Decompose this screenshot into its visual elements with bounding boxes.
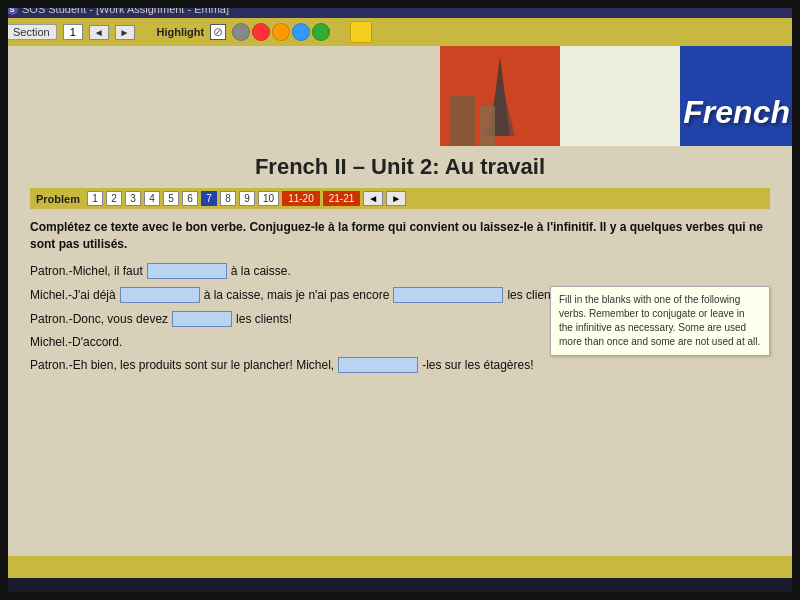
prob-21-21[interactable]: 21-21: [323, 191, 361, 206]
prob-7[interactable]: 7: [201, 191, 217, 206]
line3-text1: Patron.-Donc, vous devez: [30, 312, 168, 326]
line1-blank1[interactable]: [147, 263, 227, 279]
nav-left-button[interactable]: ◄: [89, 25, 109, 40]
french-banner: French: [440, 46, 800, 146]
prob-9[interactable]: 9: [239, 191, 255, 206]
prob-2[interactable]: 2: [106, 191, 122, 206]
bottom-bar: [0, 556, 800, 578]
highlight-colors: [232, 23, 330, 41]
line3-blank1[interactable]: [172, 311, 232, 327]
color-blue[interactable]: [292, 23, 310, 41]
prob-8[interactable]: 8: [220, 191, 236, 206]
sticky-note-icon[interactable]: [350, 21, 372, 43]
line5-blank1[interactable]: [338, 357, 418, 373]
color-gray[interactable]: [232, 23, 250, 41]
prob-5[interactable]: 5: [163, 191, 179, 206]
unit-title: French II – Unit 2: Au travail: [30, 154, 770, 180]
prob-6[interactable]: 6: [182, 191, 198, 206]
line5-text1: Patron.-Eh bien, les produits sont sur l…: [30, 358, 334, 372]
title-bar: S SOS Student - [Work Assignment - Emma]: [0, 0, 800, 18]
line2-blank1[interactable]: [120, 287, 200, 303]
color-green[interactable]: [312, 23, 330, 41]
line2-text1: Michel.-J'ai déjà: [30, 288, 116, 302]
line1-text1: Patron.-Michel, il faut: [30, 264, 143, 278]
prob-4[interactable]: 4: [144, 191, 160, 206]
instructions: Complétez ce texte avec le bon verbe. Co…: [30, 219, 770, 253]
main-content: French French II – Unit 2: Au travail Pr…: [0, 46, 800, 578]
prob-1[interactable]: 1: [87, 191, 103, 206]
highlight-slash-icon[interactable]: ⊘: [210, 24, 226, 40]
line4-text1: Michel.-D'accord.: [30, 335, 122, 349]
svg-rect-6: [450, 96, 475, 146]
nav-right-button[interactable]: ►: [115, 25, 135, 40]
problem-nav: Problem 1 2 3 4 5 6 7 8 9 10 11-20 21-21…: [30, 188, 770, 209]
section-number: 1: [63, 24, 83, 40]
window-title: SOS Student - [Work Assignment - Emma]: [22, 3, 229, 15]
problem-label: Problem: [36, 193, 80, 205]
line5-text2: -les sur les étagères!: [422, 358, 533, 372]
section-button[interactable]: Section: [6, 24, 57, 40]
color-orange[interactable]: [272, 23, 290, 41]
prob-3[interactable]: 3: [125, 191, 141, 206]
svg-rect-7: [480, 106, 495, 146]
app-icon: S: [6, 3, 18, 15]
color-red[interactable]: [252, 23, 270, 41]
prob-nav-left[interactable]: ◄: [363, 191, 383, 206]
exercise-line-1: Patron.-Michel, il faut à la caisse.: [30, 263, 770, 279]
instructions-text: Complétez ce texte avec le bon verbe. Co…: [30, 220, 763, 251]
line1-text2: à la caisse.: [231, 264, 291, 278]
banner-french-text: French: [683, 94, 790, 131]
toolbar: Section 1 ◄ ► Highlight ⊘: [0, 18, 800, 46]
tooltip-box: Fill in the blanks with one of the follo…: [550, 286, 770, 356]
tooltip-text: Fill in the blanks with one of the follo…: [559, 294, 760, 347]
prob-10[interactable]: 10: [258, 191, 279, 206]
svg-rect-2: [560, 46, 680, 146]
line3-text2: les clients!: [236, 312, 292, 326]
highlight-label: Highlight: [157, 26, 205, 38]
exercise-line-5: Patron.-Eh bien, les produits sont sur l…: [30, 357, 770, 373]
prob-11-20[interactable]: 11-20: [282, 191, 320, 206]
line2-text2: à la caisse, mais je n'ai pas encore: [204, 288, 390, 302]
line2-blank2[interactable]: [393, 287, 503, 303]
prob-nav-right[interactable]: ►: [386, 191, 406, 206]
